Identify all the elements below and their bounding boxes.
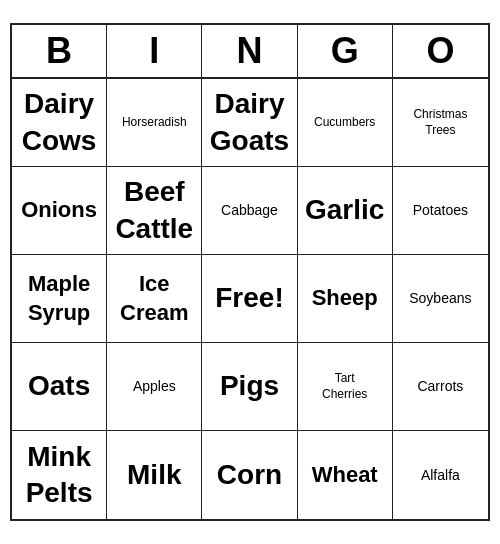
bingo-cell: Wheat	[298, 431, 393, 519]
header-letter: I	[107, 25, 202, 77]
bingo-cell: Horseradish	[107, 79, 202, 167]
bingo-grid: Dairy CowsHorseradishDairy GoatsCucumber…	[12, 79, 488, 519]
bingo-cell: Carrots	[393, 343, 488, 431]
cell-text: Ice Cream	[120, 270, 188, 327]
bingo-cell: Ice Cream	[107, 255, 202, 343]
bingo-cell: Mink Pelts	[12, 431, 107, 519]
bingo-cell: Alfalfa	[393, 431, 488, 519]
bingo-cell: Maple Syrup	[12, 255, 107, 343]
cell-text: Mink Pelts	[26, 439, 93, 512]
header-letter: N	[202, 25, 297, 77]
bingo-cell: Free!	[202, 255, 297, 343]
bingo-cell: Pigs	[202, 343, 297, 431]
bingo-card: BINGO Dairy CowsHorseradishDairy GoatsCu…	[10, 23, 490, 521]
cell-text: Cucumbers	[314, 115, 375, 131]
bingo-cell: Soybeans	[393, 255, 488, 343]
cell-text: Wheat	[312, 461, 378, 490]
cell-text: Garlic	[305, 192, 384, 228]
header-letter: B	[12, 25, 107, 77]
header-letter: O	[393, 25, 488, 77]
cell-text: Milk	[127, 457, 181, 493]
bingo-cell: Cabbage	[202, 167, 297, 255]
bingo-header: BINGO	[12, 25, 488, 79]
cell-text: Sheep	[312, 284, 378, 313]
cell-text: Carrots	[417, 377, 463, 395]
bingo-cell: Tart Cherries	[298, 343, 393, 431]
bingo-cell: Apples	[107, 343, 202, 431]
cell-text: Soybeans	[409, 289, 471, 307]
cell-text: Dairy Goats	[210, 86, 289, 159]
bingo-cell: Cucumbers	[298, 79, 393, 167]
cell-text: Apples	[133, 377, 176, 395]
bingo-cell: Christmas Trees	[393, 79, 488, 167]
header-letter: G	[298, 25, 393, 77]
cell-text: Christmas Trees	[413, 107, 467, 138]
cell-text: Dairy Cows	[22, 86, 97, 159]
cell-text: Alfalfa	[421, 466, 460, 484]
bingo-cell: Corn	[202, 431, 297, 519]
bingo-cell: Dairy Cows	[12, 79, 107, 167]
bingo-cell: Dairy Goats	[202, 79, 297, 167]
cell-text: Cabbage	[221, 201, 278, 219]
bingo-cell: Garlic	[298, 167, 393, 255]
bingo-cell: Oats	[12, 343, 107, 431]
cell-text: Corn	[217, 457, 282, 493]
cell-text: Horseradish	[122, 115, 187, 131]
cell-text: Beef Cattle	[115, 174, 193, 247]
cell-text: Free!	[215, 280, 283, 316]
bingo-cell: Potatoes	[393, 167, 488, 255]
bingo-cell: Beef Cattle	[107, 167, 202, 255]
cell-text: Oats	[28, 368, 90, 404]
cell-text: Potatoes	[413, 201, 468, 219]
cell-text: Pigs	[220, 368, 279, 404]
bingo-cell: Onions	[12, 167, 107, 255]
bingo-cell: Milk	[107, 431, 202, 519]
cell-text: Maple Syrup	[28, 270, 90, 327]
cell-text: Tart Cherries	[322, 371, 367, 402]
bingo-cell: Sheep	[298, 255, 393, 343]
cell-text: Onions	[21, 196, 97, 225]
